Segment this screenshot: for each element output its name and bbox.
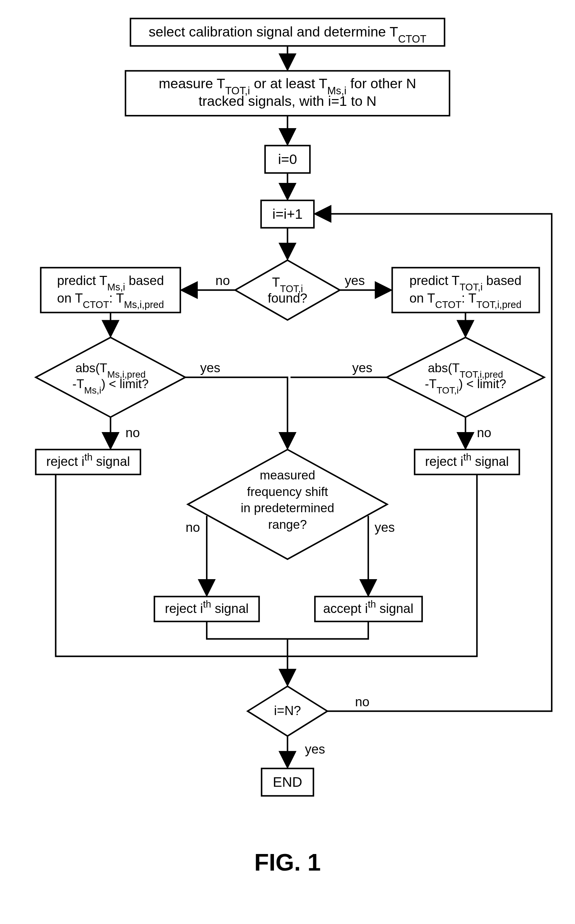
text-freq-l1: measured	[260, 468, 315, 482]
label-no: no	[216, 273, 230, 288]
figure-label: FIG. 1	[254, 849, 321, 876]
label-yes: yes	[352, 360, 372, 375]
arrow	[206, 621, 369, 639]
text-found-line2: found?	[268, 291, 307, 305]
label-yes: yes	[375, 520, 395, 534]
text-init: i=0	[278, 151, 297, 167]
text-freq-l4: range?	[268, 518, 307, 531]
label-no: no	[186, 520, 200, 534]
text-freq-l2: frequency shift	[247, 485, 328, 499]
label-yes: yes	[345, 273, 365, 288]
text-increment: i=i+1	[272, 206, 302, 222]
text-isN: i=N?	[274, 703, 301, 718]
text-freq-l3: in predetermined	[241, 501, 334, 515]
label-yes: yes	[200, 360, 221, 375]
flowchart: select calibration signal and determine …	[10, 14, 565, 910]
text-measure-line2: tracked signals, with i=1 to N	[199, 94, 376, 109]
text-end: END	[273, 774, 302, 790]
label-yes: yes	[305, 742, 326, 756]
label-no: no	[355, 694, 370, 709]
label-no: no	[125, 425, 140, 440]
label-no: no	[477, 425, 491, 440]
arrow	[185, 377, 288, 447]
